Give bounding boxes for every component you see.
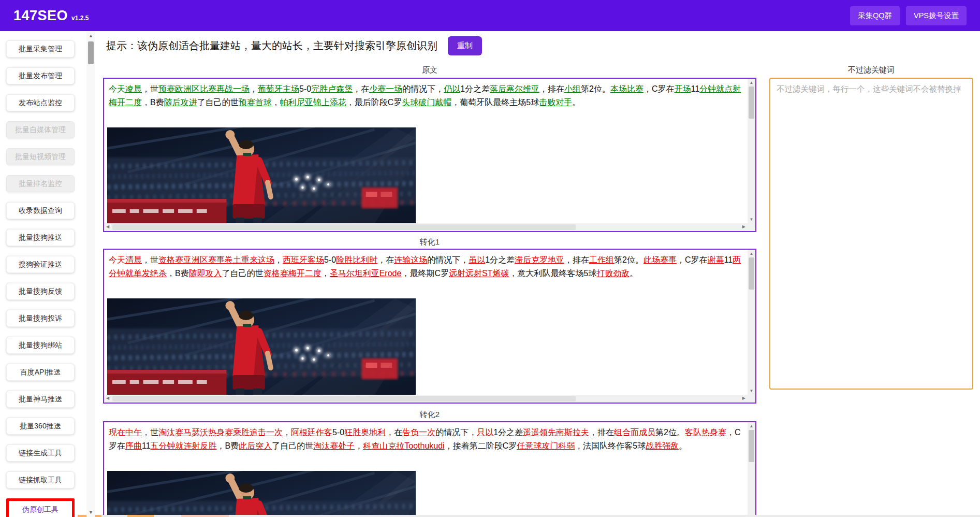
sidebar: 批量采集管理批量发布管理发布站点监控批量自媒体管理批量短视频管理批量排名监控收录… xyxy=(6,40,75,517)
sidebar-item-batch-short-video-manage: 批量短视频管理 xyxy=(6,148,75,165)
nav-button-vps-dial-settings[interactable]: VPS拨号设置 xyxy=(906,6,967,25)
panel-vertical-scrollbar[interactable]: ▲ xyxy=(748,422,755,517)
sidebar-item-link-generate-tool[interactable]: 链接生成工具 xyxy=(6,444,75,462)
keywords-textarea[interactable] xyxy=(769,78,973,390)
scroll-down-icon[interactable]: ▼ xyxy=(86,510,95,515)
sidebar-item-batch-sogou-complaint[interactable]: 批量搜狗投诉 xyxy=(6,310,75,327)
panel-vertical-scrollbar[interactable]: ▲ ▼ xyxy=(748,79,755,223)
scroll-right-icon[interactable]: ▶ xyxy=(742,224,745,229)
sidebar-item-link-fetch-tool[interactable]: 链接抓取工具 xyxy=(6,471,75,489)
scroll-right-icon[interactable]: ▶ xyxy=(742,396,745,400)
sidebar-item-publish-site-monitor[interactable]: 发布站点监控 xyxy=(6,94,75,111)
scrollbar-corner xyxy=(748,223,755,231)
panel-title-transform-1: 转化1 xyxy=(103,237,756,247)
sidebar-item-batch-rank-monitor: 批量排名监控 xyxy=(6,175,75,192)
brand-title: 147SEO xyxy=(13,8,68,24)
scroll-up-icon[interactable]: ▲ xyxy=(86,33,95,38)
transform-1-text: 今天清晨，世资格赛亚洲区赛事卷土重来这场，西班牙客场5-0险胜比利时，在连输这场… xyxy=(104,250,755,280)
scroll-up-icon[interactable]: ▲ xyxy=(748,80,755,85)
keywords-panel-title: 不过滤关键词 xyxy=(769,65,973,75)
scrollbar-thumb[interactable] xyxy=(112,224,576,230)
scroll-left-icon[interactable]: ◀ xyxy=(106,224,109,229)
scrollbar-thumb[interactable] xyxy=(112,396,576,401)
scroll-down-icon[interactable]: ▼ xyxy=(748,217,755,222)
scrollbar-thumb[interactable] xyxy=(749,257,754,290)
scrollbar-thumb[interactable] xyxy=(749,430,754,462)
scrollbar-thumb[interactable] xyxy=(749,87,754,119)
scroll-up-icon[interactable]: ▲ xyxy=(748,251,755,256)
scrollbar-corner xyxy=(748,395,755,403)
panel-original: 今天凌晨，世预赛欧洲区比赛再战一场，葡萄牙主场5-0完胜卢森堡，在少赛一场的情况… xyxy=(103,78,756,232)
original-text: 今天凌晨，世预赛欧洲区比赛再战一场，葡萄牙主场5-0完胜卢森堡，在少赛一场的情况… xyxy=(104,79,755,109)
panel-horizontal-scrollbar[interactable]: ◀ ▶ xyxy=(104,395,748,403)
bottom-strip-segment xyxy=(127,515,154,517)
tip-row: 提示：该伪原创适合批量建站，量大的站长，主要针对搜索引擎原创识别 重制 xyxy=(106,36,482,55)
nav-button-collect-qq-group[interactable]: 采集QQ群 xyxy=(850,6,900,25)
sidebar-item-baidu-api-push[interactable]: 百度API推送 xyxy=(6,364,75,381)
scroll-up-icon[interactable]: ▲ xyxy=(748,424,755,428)
sidebar-item-batch-sogou-bind-site[interactable]: 批量搜狗绑站 xyxy=(6,337,75,354)
stadium-photo xyxy=(107,471,416,517)
sidebar-item-pseudo-original-tool[interactable]: 伪原创工具 xyxy=(6,498,75,517)
sidebar-item-batch-collect-manage[interactable]: 批量采集管理 xyxy=(6,40,75,58)
panel-transform-1: 今天清晨，世资格赛亚洲区赛事卷土重来这场，西班牙客场5-0险胜比利时，在连输这场… xyxy=(103,249,756,404)
bottom-strip-segment xyxy=(181,515,229,517)
panel-title-original: 原文 xyxy=(103,65,756,75)
scrollbar-thumb[interactable] xyxy=(88,41,94,64)
remake-button[interactable]: 重制 xyxy=(448,36,482,55)
sidebar-item-batch-sogou-push[interactable]: 批量搜狗推送 xyxy=(6,229,75,246)
sidebar-item-batch-360-push[interactable]: 批量360推送 xyxy=(6,418,75,435)
bottom-edge-strip xyxy=(78,515,980,517)
sidebar-item-batch-sogou-feedback[interactable]: 批量搜狗反馈 xyxy=(6,283,75,300)
brand: 147SEO v1.2.5 xyxy=(13,8,89,24)
panel-horizontal-scrollbar[interactable]: ◀ ▶ xyxy=(104,223,748,231)
sidebar-item-batch-shenma-push[interactable]: 批量神马推送 xyxy=(6,391,75,408)
scroll-down-icon[interactable]: ▼ xyxy=(748,389,755,393)
stadium-photo xyxy=(107,298,416,395)
sidebar-item-sogou-verify-push[interactable]: 搜狗验证推送 xyxy=(6,256,75,273)
sidebar-scrollbar[interactable]: ▲ ▼ xyxy=(86,31,95,517)
panel-vertical-scrollbar[interactable]: ▲ ▼ xyxy=(748,250,755,395)
transform-2-text: 现在中午，世淘汰赛马瑟沃热身赛乘胜追击一次，阿根廷作客5-0狂胜奥地利，在告负一… xyxy=(104,422,755,453)
scroll-left-icon[interactable]: ◀ xyxy=(106,396,109,400)
stadium-photo xyxy=(107,127,416,224)
brand-version: v1.2.5 xyxy=(71,15,89,22)
sidebar-item-index-data-query[interactable]: 收录数据查询 xyxy=(6,202,75,219)
app-header: 147SEO v1.2.5 采集QQ群VPS拨号设置 xyxy=(0,0,980,31)
tip-text: 提示：该伪原创适合批量建站，量大的站长，主要针对搜索引擎原创识别 xyxy=(106,39,437,53)
sidebar-item-batch-publish-manage[interactable]: 批量发布管理 xyxy=(6,67,75,84)
panel-title-transform-2: 转化2 xyxy=(103,410,756,420)
header-nav: 采集QQ群VPS拨号设置 xyxy=(850,6,967,25)
app-root: 147SEO v1.2.5 采集QQ群VPS拨号设置 批量采集管理批量发布管理发… xyxy=(0,0,980,517)
sidebar-item-batch-media-manage: 批量自媒体管理 xyxy=(6,121,75,138)
panel-transform-2: 现在中午，世淘汰赛马瑟沃热身赛乘胜追击一次，阿根廷作客5-0狂胜奥地利，在告负一… xyxy=(103,421,756,517)
